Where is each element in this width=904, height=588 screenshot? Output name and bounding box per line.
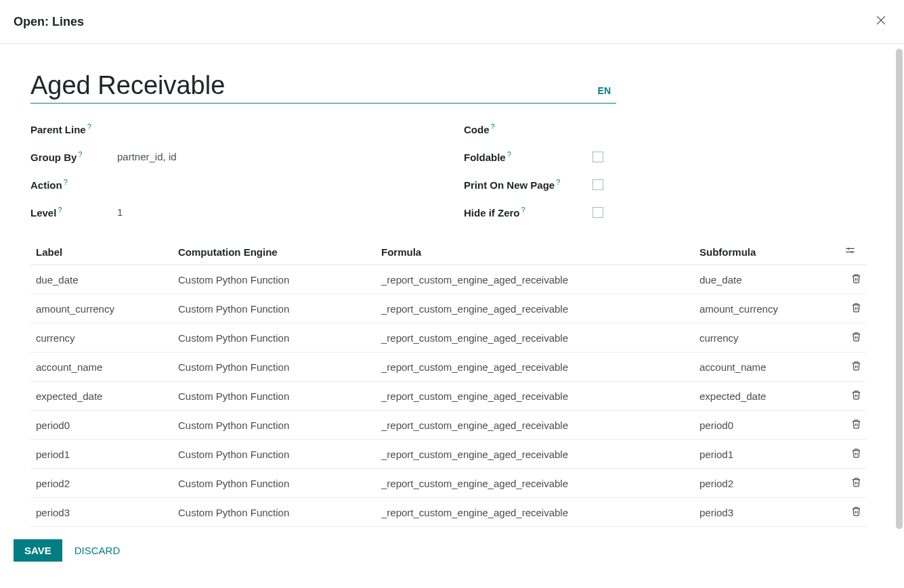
trash-icon[interactable] bbox=[851, 332, 861, 344]
label-print-new-page: Print On New Page? bbox=[464, 178, 593, 191]
language-badge[interactable]: EN bbox=[598, 85, 616, 96]
help-icon[interactable]: ? bbox=[507, 150, 511, 158]
cell-label[interactable]: amount_currency bbox=[30, 294, 173, 323]
cell-formula[interactable]: _report_custom_engine_aged_receivable bbox=[376, 440, 694, 469]
table-row[interactable]: currencyCustom Python Function_report_cu… bbox=[30, 323, 867, 353]
table-row[interactable]: expected_dateCustom Python Function_repo… bbox=[30, 382, 867, 411]
cell-engine[interactable]: Custom Python Function bbox=[173, 265, 376, 294]
cell-label[interactable]: currency bbox=[30, 323, 173, 353]
th-label[interactable]: Label bbox=[30, 239, 173, 265]
field-level: Level? 1 bbox=[30, 206, 437, 219]
svg-rect-5 bbox=[846, 252, 855, 252]
cell-engine[interactable]: Custom Python Function bbox=[173, 469, 376, 498]
cell-engine[interactable]: Custom Python Function bbox=[173, 411, 376, 440]
cell-formula[interactable]: _report_custom_engine_aged_receivable bbox=[376, 498, 694, 527]
cell-subformula[interactable]: period2 bbox=[694, 469, 840, 498]
cell-engine[interactable]: Custom Python Function bbox=[173, 382, 376, 411]
th-actions bbox=[840, 239, 867, 265]
trash-icon[interactable] bbox=[851, 390, 861, 402]
table-row[interactable]: period0Custom Python Function_report_cus… bbox=[30, 411, 867, 440]
close-button[interactable] bbox=[871, 11, 890, 32]
value-level[interactable]: 1 bbox=[117, 206, 123, 218]
trash-icon[interactable] bbox=[851, 449, 861, 460]
help-icon[interactable]: ? bbox=[556, 178, 560, 186]
cell-subformula[interactable]: expected_date bbox=[694, 382, 840, 411]
cell-label[interactable]: period0 bbox=[30, 411, 173, 440]
field-action: Action? bbox=[30, 178, 437, 191]
trash-icon[interactable] bbox=[851, 361, 861, 373]
checkbox-foldable[interactable] bbox=[593, 152, 603, 162]
dialog-footer: SAVE DISCARD bbox=[0, 531, 904, 570]
dialog-body: Aged Receivable EN Parent Line? Group By… bbox=[0, 44, 904, 531]
cell-label[interactable]: period3 bbox=[30, 498, 173, 527]
cell-formula[interactable]: _report_custom_engine_aged_receivable bbox=[376, 411, 694, 440]
checkbox-hide-if-zero[interactable] bbox=[593, 207, 603, 218]
cell-delete bbox=[840, 294, 867, 323]
table-row[interactable]: period2Custom Python Function_report_cus… bbox=[30, 469, 867, 498]
cell-label[interactable]: period1 bbox=[30, 440, 173, 469]
scroll-container[interactable]: Aged Receivable EN Parent Line? Group By… bbox=[30, 71, 874, 531]
trash-icon[interactable] bbox=[851, 274, 861, 286]
trash-icon[interactable] bbox=[851, 420, 861, 431]
cell-engine[interactable]: Custom Python Function bbox=[173, 498, 376, 527]
field-code: Code? bbox=[464, 122, 762, 135]
cell-subformula[interactable]: account_name bbox=[694, 353, 840, 382]
cell-subformula[interactable]: period1 bbox=[694, 440, 840, 469]
help-icon[interactable]: ? bbox=[78, 150, 82, 158]
table-row[interactable]: due_dateCustom Python Function_report_cu… bbox=[30, 265, 867, 294]
help-icon[interactable]: ? bbox=[491, 122, 495, 131]
cell-delete bbox=[840, 353, 867, 382]
cell-subformula[interactable]: period3 bbox=[694, 498, 840, 527]
close-icon bbox=[874, 14, 888, 27]
table-row[interactable]: period3Custom Python Function_report_cus… bbox=[30, 498, 867, 527]
cell-formula[interactable]: _report_custom_engine_aged_receivable bbox=[376, 265, 694, 294]
cell-delete bbox=[840, 498, 867, 527]
cell-label[interactable]: period2 bbox=[30, 469, 173, 498]
cell-label[interactable]: expected_date bbox=[30, 382, 173, 411]
cell-delete bbox=[840, 265, 867, 294]
filter-icon[interactable] bbox=[845, 246, 855, 258]
cell-formula[interactable]: _report_custom_engine_aged_receivable bbox=[376, 323, 694, 353]
cell-label[interactable]: account_name bbox=[30, 353, 173, 382]
save-button[interactable]: SAVE bbox=[14, 539, 62, 562]
th-engine[interactable]: Computation Engine bbox=[173, 239, 376, 265]
trash-icon[interactable] bbox=[851, 303, 861, 315]
page-title[interactable]: Aged Receivable bbox=[30, 71, 598, 103]
cell-engine[interactable]: Custom Python Function bbox=[173, 353, 376, 382]
form-col-left: Parent Line? Group By? partner_id, id Ac… bbox=[30, 122, 437, 219]
form-grid: Parent Line? Group By? partner_id, id Ac… bbox=[30, 122, 874, 219]
th-formula[interactable]: Formula bbox=[376, 239, 694, 265]
title-row: Aged Receivable EN bbox=[30, 71, 616, 104]
help-icon[interactable]: ? bbox=[87, 122, 91, 131]
table-row[interactable]: amount_currencyCustom Python Function_re… bbox=[30, 294, 867, 323]
label-code: Code? bbox=[464, 122, 593, 135]
value-group-by[interactable]: partner_id, id bbox=[117, 151, 177, 162]
scrollbar[interactable] bbox=[896, 49, 903, 529]
help-icon[interactable]: ? bbox=[58, 206, 62, 214]
cell-subformula[interactable]: currency bbox=[694, 323, 840, 353]
trash-icon[interactable] bbox=[851, 478, 861, 489]
cell-engine[interactable]: Custom Python Function bbox=[173, 440, 376, 469]
cell-subformula[interactable]: period0 bbox=[694, 411, 840, 440]
th-subformula[interactable]: Subformula bbox=[694, 239, 840, 265]
label-group-by: Group By? bbox=[30, 150, 117, 163]
table-row[interactable]: account_nameCustom Python Function_repor… bbox=[30, 353, 867, 382]
cell-formula[interactable]: _report_custom_engine_aged_receivable bbox=[376, 469, 694, 498]
svg-rect-3 bbox=[846, 248, 855, 249]
cell-engine[interactable]: Custom Python Function bbox=[173, 323, 376, 353]
cell-subformula[interactable]: due_date bbox=[694, 265, 840, 294]
cell-label[interactable]: due_date bbox=[30, 265, 173, 294]
cell-subformula[interactable]: amount_currency bbox=[694, 294, 840, 323]
cell-formula[interactable]: _report_custom_engine_aged_receivable bbox=[376, 382, 694, 411]
cell-formula[interactable]: _report_custom_engine_aged_receivable bbox=[376, 353, 694, 382]
cell-formula[interactable]: _report_custom_engine_aged_receivable bbox=[376, 294, 694, 323]
help-icon[interactable]: ? bbox=[64, 178, 68, 186]
cell-engine[interactable]: Custom Python Function bbox=[173, 294, 376, 323]
trash-icon[interactable] bbox=[851, 507, 861, 518]
help-icon[interactable]: ? bbox=[521, 206, 525, 214]
label-parent-line: Parent Line? bbox=[30, 122, 117, 135]
checkbox-print-new-page[interactable] bbox=[593, 179, 603, 190]
table-row[interactable]: period1Custom Python Function_report_cus… bbox=[30, 440, 867, 469]
discard-button[interactable]: DISCARD bbox=[74, 545, 121, 556]
field-foldable: Foldable? bbox=[464, 150, 762, 163]
